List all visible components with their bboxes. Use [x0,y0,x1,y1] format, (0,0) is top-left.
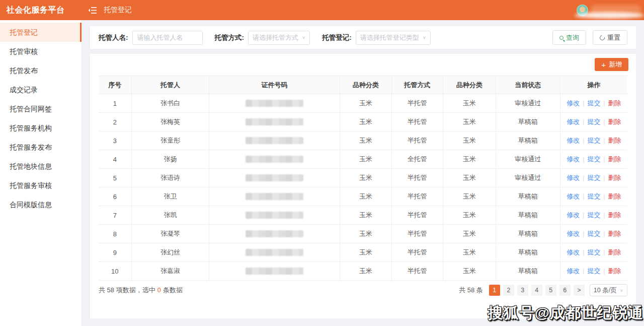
delete-link[interactable]: 删除 [608,155,621,163]
table-footer: 共 58 项数据，选中0条数据 共 58 条 123456 > 10 条/页 ∨ [99,284,627,296]
sidebar-item-5[interactable]: 托管服务机构 [0,118,82,138]
filter-bar: 托管人名: 托管方式: 请选择托管方式 ∨ 托管登记: 请选择托管登记类型 ∨ … [90,26,636,49]
sidebar-item-label: 托管服务发布 [10,143,52,151]
sidebar-item-6[interactable]: 托管服务发布 [0,138,82,157]
cell-variety: 玉米 [340,225,391,243]
sidebar-item-3[interactable]: 成交记录 [0,80,82,99]
delete-link[interactable]: 删除 [608,118,621,125]
chevron-down-icon: ∨ [620,288,623,293]
id-number-censored [246,268,303,275]
cell-mode: 半托管 [391,94,443,113]
delete-link[interactable]: 删除 [608,267,621,275]
cell-variety2: 玉米 [443,206,496,225]
col-证件号码: 证件号码 [209,76,340,94]
cell-index: 4 [99,150,131,169]
submit-link[interactable]: 提交 [587,230,600,237]
query-button[interactable]: 查询 [552,30,586,45]
col-品种分类-2: 品种分类 [443,76,496,94]
edit-link[interactable]: 修改 [567,118,580,125]
table-row: 8 张凝琴 玉米 半托管 玉米 草稿箱 修改|提交|删除 [99,225,627,243]
pagination-pages: 123456 [489,285,571,296]
page-size-select[interactable]: 10 条/页 ∨ [590,284,627,296]
sidebar-item-4[interactable]: 托管合同网签 [0,99,82,118]
edit-link[interactable]: 修改 [567,137,580,144]
trustee-name-input[interactable] [132,31,203,45]
submit-link[interactable]: 提交 [587,99,600,107]
delete-link[interactable]: 删除 [608,211,621,219]
cell-trustee-name: 张书白 [131,94,209,113]
submit-link[interactable]: 提交 [587,192,600,200]
cell-id-number [209,150,340,169]
page-button-2[interactable]: 2 [503,285,514,296]
chevron-down-icon: ∨ [423,35,426,40]
delete-link[interactable]: 删除 [608,174,621,181]
add-button[interactable]: + 新增 [595,58,628,71]
cell-id-number [209,243,340,262]
cell-mode: 半托管 [391,262,443,281]
page-button-3[interactable]: 3 [517,285,528,296]
sidebar-item-2[interactable]: 托管发布 [0,61,82,80]
edit-link[interactable]: 修改 [567,230,580,237]
collapse-menu-icon[interactable] [88,6,97,15]
sidebar-item-9[interactable]: 合同模版信息 [0,195,82,214]
submit-link[interactable]: 提交 [587,211,600,219]
cell-actions: 修改|提交|删除 [560,169,627,187]
page-button-1[interactable]: 1 [489,285,500,296]
cell-mode: 半托管 [391,243,443,262]
edit-link[interactable]: 修改 [567,192,580,200]
submit-link[interactable]: 提交 [587,118,600,125]
cell-variety2: 玉米 [443,94,496,113]
refresh-icon [599,34,606,41]
sidebar-item-1[interactable]: 托管审核 [0,42,82,61]
submit-link[interactable]: 提交 [587,174,600,181]
reset-button[interactable]: 重置 [593,30,627,45]
submit-link[interactable]: 提交 [587,248,600,256]
submit-link[interactable]: 提交 [587,137,600,144]
cell-index: 2 [99,113,131,132]
cell-trustee-name: 张梅英 [131,113,209,132]
delete-link[interactable]: 删除 [608,248,621,256]
cell-status: 草稿箱 [496,243,560,262]
next-page-button[interactable]: > [574,285,585,296]
submit-link[interactable]: 提交 [587,267,600,275]
edit-link[interactable]: 修改 [567,155,580,163]
cell-mode: 半托管 [391,132,443,150]
action-separator: | [603,100,605,107]
mode-select[interactable]: 请选择托管方式 ∨ [248,31,310,45]
delete-link[interactable]: 删除 [608,192,621,200]
edit-link[interactable]: 修改 [567,174,580,181]
page-button-4[interactable]: 4 [531,285,542,296]
registration-type-select[interactable]: 请选择托管登记类型 ∨ [356,31,431,45]
reset-button-label: 重置 [607,33,620,42]
cell-index: 8 [99,225,131,243]
cell-actions: 修改|提交|删除 [560,150,627,169]
cell-variety: 玉米 [340,113,391,132]
cell-trustee-name: 张凝琴 [131,225,209,243]
action-separator: | [583,137,584,144]
sidebar-item-label: 托管审核 [10,47,38,55]
sidebar-item-8[interactable]: 托管服务审核 [0,176,82,195]
cell-mode: 半托管 [391,169,443,187]
table-row: 3 张童彤 玉米 半托管 玉米 草稿箱 修改|提交|删除 [99,132,627,150]
cell-variety: 玉米 [340,187,391,206]
edit-link[interactable]: 修改 [567,99,580,107]
cell-actions: 修改|提交|删除 [560,225,627,243]
delete-link[interactable]: 删除 [608,99,621,107]
sidebar-item-7[interactable]: 托管地块信息 [0,157,82,176]
cell-index: 6 [99,187,131,206]
page-button-5[interactable]: 5 [545,285,556,296]
sidebar-item-0[interactable]: 托管登记 [0,23,82,42]
records-table: 序号 托管人 证件号码 品种分类 托管方式 品种分类 当前状态 操作 1 张书白… [99,76,627,281]
delete-link[interactable]: 删除 [608,230,621,237]
censor-smear [575,12,644,19]
cell-trustee-name: 张卫 [131,187,209,206]
edit-link[interactable]: 修改 [567,248,580,256]
edit-link[interactable]: 修改 [567,267,580,275]
delete-link[interactable]: 删除 [608,137,621,144]
submit-link[interactable]: 提交 [587,155,600,163]
edit-link[interactable]: 修改 [567,211,580,219]
cell-status: 草稿箱 [496,206,560,225]
magnifier-icon [559,36,564,40]
selected-count: 0 [157,286,161,294]
page-button-6[interactable]: 6 [559,285,571,296]
